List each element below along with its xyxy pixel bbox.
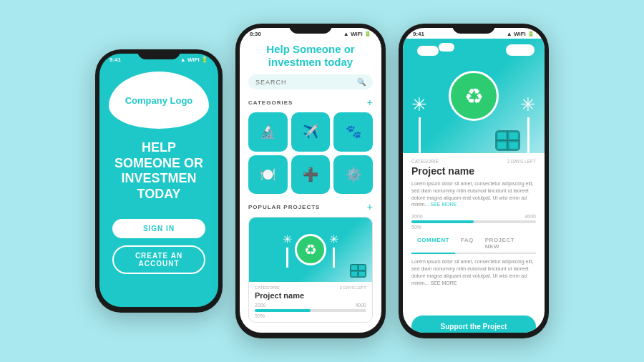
windmill-p3-right: ✳ bbox=[520, 94, 536, 153]
solar-panel bbox=[350, 264, 366, 278]
windmill-body-right bbox=[333, 248, 335, 268]
p3-meta: CATEGORIE 2 DAYS LEFT bbox=[411, 159, 536, 164]
category-science[interactable]: 🔬 bbox=[248, 112, 288, 152]
progress-bar-fill bbox=[255, 309, 311, 312]
phone3-content: ✳ ♻ ✳ bbox=[403, 39, 545, 333]
category-food[interactable]: 🍽️ bbox=[248, 155, 288, 195]
tab-project-new[interactable]: PROJECT NEW bbox=[479, 234, 536, 253]
phone1-notch bbox=[137, 49, 180, 59]
project-image: ✳ ♻ ✳ bbox=[249, 217, 372, 282]
phone1-content: Company Logo HELP SOMEONE OR INVESTMEN T… bbox=[99, 64, 218, 307]
phone3-signals: ▲ WiFi 🔋 bbox=[507, 31, 535, 37]
phone2-notch bbox=[289, 24, 332, 34]
globe-p3: ♻ bbox=[449, 71, 499, 121]
project-card: ✳ ♻ ✳ bbox=[248, 217, 373, 323]
windmill-body-left bbox=[286, 248, 288, 268]
phone2-screen: 8:30 ▲ WiFi 🔋 Help Someone or investmen … bbox=[240, 28, 381, 333]
search-input[interactable] bbox=[255, 79, 357, 86]
search-icon: 🔍 bbox=[357, 78, 366, 86]
logo-blob: Company Logo bbox=[109, 72, 209, 129]
windmill-p3-body-right bbox=[527, 117, 530, 153]
progress-labels: 2000 4000 bbox=[255, 303, 366, 308]
search-bar[interactable]: 🔍 bbox=[248, 74, 373, 89]
globe-circle: ♻ bbox=[295, 234, 326, 265]
project-name: Project name bbox=[255, 291, 366, 300]
windmill-right: ✳ bbox=[329, 233, 338, 268]
phone2-content: Help Someone or investmen today 🔍 CATEGO… bbox=[240, 39, 381, 333]
tab-comment[interactable]: COMMENT bbox=[411, 234, 455, 254]
windmill-blades-right: ✳ bbox=[329, 233, 338, 246]
windmill-p3-left: ✳ bbox=[411, 94, 427, 153]
categories-grid: 🔬 ✈️ 🐾 🍽️ ➕ ⚙️ bbox=[248, 112, 373, 194]
progress-bar-bg bbox=[255, 309, 366, 312]
category-medical[interactable]: ➕ bbox=[291, 155, 331, 195]
recycle-p3-icon: ♻ bbox=[464, 84, 484, 109]
create-account-button[interactable]: CREATE AN ACCOUNT bbox=[112, 245, 205, 274]
cloud-1 bbox=[417, 46, 439, 56]
progress-pct: 50% bbox=[255, 313, 366, 318]
cloud-3 bbox=[439, 43, 454, 52]
categories-add-button[interactable]: + bbox=[367, 97, 373, 108]
category-paw[interactable]: 🐾 bbox=[333, 112, 373, 152]
phone3-solar-panel bbox=[499, 134, 516, 147]
p3-tabs: COMMENT FAQ PROJECT NEW bbox=[411, 234, 536, 254]
recycle-icon: ♻ bbox=[304, 241, 317, 258]
p3-category: CATEGORIE bbox=[411, 159, 439, 164]
p3-progress-bar-fill bbox=[411, 220, 474, 223]
phone-3: 9:41 ▲ WiFi 🔋 ✳ ♻ ✳ bbox=[399, 24, 549, 338]
phone1-headline: HELP SOMEONE OR INVESTMEN TODAY bbox=[111, 140, 207, 202]
project-category: CATEGORIE bbox=[255, 285, 280, 290]
tab-faq[interactable]: FAQ bbox=[455, 234, 479, 253]
project-image-inner: ✳ ♻ ✳ bbox=[283, 233, 338, 268]
categories-section-header: CATEGORIES + bbox=[248, 97, 373, 108]
p3-progress: 2000 4000 50% bbox=[411, 214, 536, 230]
phone2-time: 8:30 bbox=[250, 31, 261, 37]
p3-progress-pct: 50% bbox=[411, 225, 536, 230]
cloud-2 bbox=[506, 44, 535, 56]
signin-button[interactable]: SIGN IN bbox=[112, 219, 205, 238]
categories-label: CATEGORIES bbox=[248, 99, 293, 106]
category-plane[interactable]: ✈️ bbox=[291, 112, 331, 152]
popular-section-header: POPULAR PROJECTS + bbox=[248, 201, 373, 212]
project-meta: CATEGORIE 2 DAYS LEFT bbox=[255, 285, 366, 290]
phone1-time: 9:41 bbox=[109, 57, 121, 63]
phone2-header: Help Someone or investmen today bbox=[248, 43, 373, 69]
see-more-link[interactable]: SEE MORE bbox=[430, 202, 457, 207]
phone1-screen: 9:41 ▲ WiFi 🔋 Company Logo HELP SOMEONE … bbox=[99, 54, 218, 307]
p3-description: Lorem ipsum dolor sit amet, consectetur … bbox=[411, 180, 536, 208]
support-button[interactable]: Support the Project bbox=[411, 315, 536, 333]
p3-amount-start: 2000 bbox=[411, 214, 423, 219]
phone-2: 8:30 ▲ WiFi 🔋 Help Someone or investmen … bbox=[235, 24, 386, 338]
p3-amount-end: 4000 bbox=[525, 214, 536, 219]
windmill-p3-blades-left: ✳ bbox=[411, 94, 427, 116]
phone1-signals: ▲ WiFi 🔋 bbox=[180, 57, 208, 63]
progress-end: 4000 bbox=[355, 303, 366, 308]
p3-progress-labels: 2000 4000 bbox=[411, 214, 536, 219]
progress-start: 2000 bbox=[255, 303, 266, 308]
p3-tab-content: Lorem ipsum dolor sit amet, consectetur … bbox=[411, 258, 536, 310]
windmill-blades-left: ✳ bbox=[283, 233, 292, 246]
phone3-time: 9:41 bbox=[413, 31, 424, 37]
phone2-signals: ▲ WiFi 🔋 bbox=[343, 31, 371, 37]
phone3-notch bbox=[452, 24, 495, 34]
phone3-project-image: ✳ ♻ ✳ bbox=[403, 39, 545, 153]
p3-days-left: 2 DAYS LEFT bbox=[507, 159, 536, 164]
phone3-body: CATEGORIE 2 DAYS LEFT Project name Lorem… bbox=[403, 153, 545, 333]
logo-text: Company Logo bbox=[125, 95, 193, 106]
popular-section: POPULAR PROJECTS + ✳ ♻ bbox=[248, 201, 373, 323]
windmill-p3-body-left bbox=[419, 117, 421, 153]
phone3-screen: 9:41 ▲ WiFi 🔋 ✳ ♻ ✳ bbox=[403, 28, 545, 333]
project-days-left: 2 DAYS LEFT bbox=[340, 285, 366, 290]
p3-project-name: Project name bbox=[411, 165, 536, 177]
popular-label: POPULAR PROJECTS bbox=[248, 204, 320, 210]
windmill-left: ✳ bbox=[283, 233, 292, 268]
phone-1: 9:41 ▲ WiFi 🔋 Company Logo HELP SOMEONE … bbox=[95, 49, 223, 313]
category-settings[interactable]: ⚙️ bbox=[333, 155, 373, 195]
p3-progress-bar-bg bbox=[411, 220, 536, 223]
windmill-p3-blades-right: ✳ bbox=[520, 94, 536, 116]
project-info: CATEGORIE 2 DAYS LEFT Project name 2000 … bbox=[249, 282, 372, 322]
popular-add-button[interactable]: + bbox=[367, 201, 373, 212]
